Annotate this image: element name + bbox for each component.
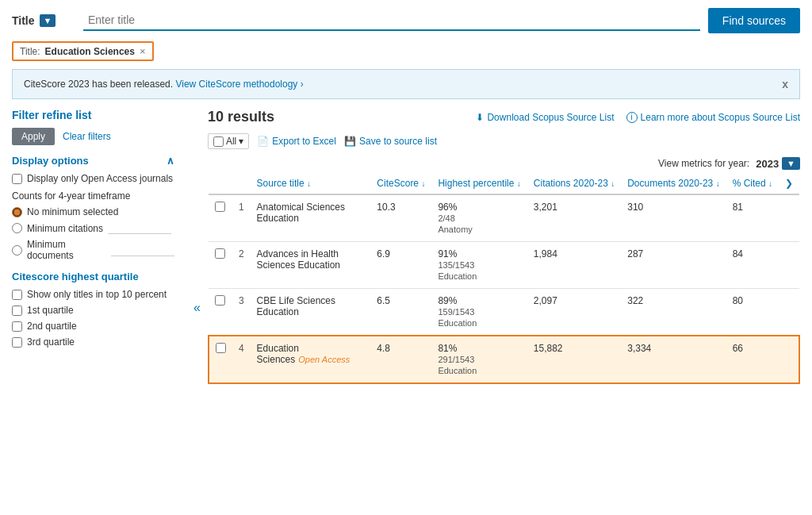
q1-checkbox[interactable] — [12, 306, 22, 316]
row-citations: 3,201 — [527, 194, 621, 242]
find-sources-button[interactable]: Find sources — [708, 8, 800, 33]
q1-option: 1st quartile — [12, 305, 174, 316]
min-documents-radio[interactable] — [12, 245, 22, 256]
metrics-year-selector: View metrics for year: 2023 ▼ — [208, 157, 800, 170]
download-source-list-link[interactable]: ⬇ Download Scopus Source List — [476, 112, 614, 123]
top10-label: Show only titles in top 10 percent — [27, 289, 167, 300]
q3-checkbox[interactable] — [12, 337, 22, 348]
sidebar-collapse-icon[interactable]: « — [190, 298, 204, 318]
banner-close-button[interactable]: x — [782, 78, 788, 90]
row-checkbox-cell — [209, 194, 232, 242]
th-highest-percentile[interactable]: Highest percentile ↓ — [431, 173, 527, 194]
sidebar-toggle[interactable]: « — [186, 109, 208, 507]
no-minimum-radio[interactable] — [12, 207, 22, 217]
export-icon: 📄 — [257, 136, 269, 147]
row-percentile: 96% 2/48 Anatomy — [431, 194, 527, 242]
row-checkbox-cell — [209, 336, 232, 383]
q3-option: 3rd quartile — [12, 336, 174, 348]
th-expand[interactable]: ❯ — [779, 173, 799, 194]
th-pct-cited[interactable]: % Cited ↓ — [726, 173, 779, 194]
table-row: 3 CBE Life Sciences Education 6.5 89% 15… — [209, 289, 799, 336]
top10-checkbox[interactable] — [12, 290, 22, 300]
row-num: 1 — [232, 194, 251, 242]
th-citations[interactable]: Citations 2020-23 ↓ — [527, 173, 621, 194]
filter-tag-prefix: Title: — [20, 46, 40, 57]
save-to-source-list-button[interactable]: 💾 Save to source list — [344, 136, 437, 147]
th-source-title[interactable]: Source title ↓ — [251, 173, 371, 194]
row-percentile: 91% 135/1543 Education — [431, 242, 527, 289]
row-percentile-field: Education — [438, 366, 477, 375]
row-citescore: 4.8 — [370, 336, 431, 383]
open-access-checkbox[interactable] — [12, 174, 22, 184]
apply-button[interactable]: Apply — [12, 128, 55, 145]
row-title: Education SciencesOpen Access — [251, 336, 371, 383]
results-content: 10 results ⬇ Download Scopus Source List… — [208, 109, 800, 507]
table-row: 2 Advances in Health Sciences Education … — [209, 242, 799, 289]
q2-label: 2nd quartile — [27, 321, 77, 332]
learn-more-link[interactable]: i Learn more about Scopus Source List — [626, 112, 800, 123]
row-percentile-field: Education — [438, 271, 477, 281]
min-documents-input[interactable] — [111, 244, 174, 256]
row-citescore: 6.9 — [370, 242, 431, 289]
year-select[interactable]: 2023 ▼ — [756, 157, 800, 170]
filter-tag-remove[interactable]: × — [140, 45, 146, 57]
row-expand — [779, 194, 799, 242]
row-pct-cited: 81 — [726, 194, 779, 242]
row-percentile-detail: 135/1543 — [438, 260, 474, 270]
q1-label: 1st quartile — [27, 305, 74, 316]
banner-link[interactable]: View CiteScore methodology › — [175, 79, 303, 90]
th-documents[interactable]: Documents 2020-23 ↓ — [621, 173, 726, 194]
filter-tag-value: Education Sciences — [45, 46, 135, 57]
row-num: 4 — [232, 336, 251, 383]
min-citations-input[interactable] — [108, 222, 171, 234]
row-title: CBE Life Sciences Education — [251, 289, 371, 336]
all-checkbox[interactable] — [213, 136, 224, 147]
citescore-sort-icon: ↓ — [421, 179, 425, 188]
display-options-collapse-icon[interactable]: ∧ — [167, 155, 174, 167]
open-access-label: Display only Open Access journals — [27, 173, 173, 184]
metrics-label: View metrics for year: — [658, 158, 749, 169]
min-citations-option: Minimum citations — [12, 222, 174, 234]
row-checkbox[interactable] — [215, 248, 225, 259]
row-checkbox-cell — [209, 289, 232, 336]
active-filters: Title: Education Sciences × — [12, 41, 800, 61]
save-icon: 💾 — [344, 136, 356, 147]
row-expand — [779, 242, 799, 289]
title-dropdown[interactable]: Title ▼ — [12, 14, 75, 27]
all-dropdown[interactable]: All ▾ — [208, 133, 249, 149]
title-dropdown-label: Title — [12, 14, 35, 27]
table-row: 4 Education SciencesOpen Access 4.8 81% … — [209, 336, 799, 383]
min-citations-radio[interactable] — [12, 223, 22, 233]
banner-text: CiteScore 2023 has been released. View C… — [24, 79, 304, 90]
info-banner: CiteScore 2023 has been released. View C… — [12, 69, 800, 99]
row-checkbox[interactable] — [215, 202, 225, 212]
row-documents: 322 — [621, 289, 726, 336]
q2-option: 2nd quartile — [12, 321, 174, 332]
citations-sort-icon: ↓ — [611, 179, 615, 188]
documents-sort-icon: ↓ — [716, 179, 720, 188]
display-options-section: Display options ∧ — [12, 155, 174, 167]
row-checkbox[interactable] — [215, 295, 225, 306]
export-to-excel-button[interactable]: 📄 Export to Excel — [257, 136, 336, 147]
year-chevron-icon[interactable]: ▼ — [782, 157, 800, 170]
row-pct-cited: 66 — [726, 336, 779, 383]
search-input[interactable] — [83, 10, 700, 31]
open-access-badge: Open Access — [298, 355, 350, 364]
row-title: Advances in Health Sciences Education — [251, 242, 371, 289]
row-citations: 15,882 — [527, 336, 621, 383]
row-checkbox[interactable] — [216, 343, 226, 353]
clear-filters-link[interactable]: Clear filters — [63, 131, 111, 142]
th-citescore[interactable]: CiteScore ↓ — [370, 173, 431, 194]
results-table-wrapper: Source title ↓ CiteScore ↓ Highest perce… — [208, 173, 800, 384]
q3-label: 3rd quartile — [27, 336, 75, 348]
open-access-option: Display only Open Access journals — [12, 173, 174, 184]
toolbar: All ▾ 📄 Export to Excel 💾 Save to source… — [208, 133, 800, 149]
q2-checkbox[interactable] — [12, 321, 22, 332]
info-icon: i — [626, 112, 638, 123]
row-title: Anatomical Sciences Education — [251, 194, 371, 242]
row-expand — [779, 289, 799, 336]
row-citations: 1,984 — [527, 242, 621, 289]
row-checkbox-cell — [209, 242, 232, 289]
table-row: 1 Anatomical Sciences Education 10.3 96%… — [209, 194, 799, 242]
row-citescore: 6.5 — [370, 289, 431, 336]
